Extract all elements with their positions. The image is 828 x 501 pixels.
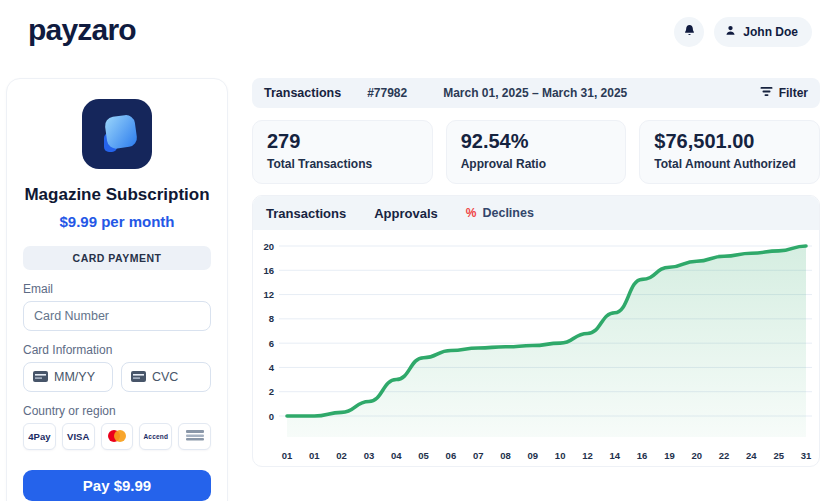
svg-text:20: 20 <box>691 450 702 461</box>
tab-approvals[interactable]: Approvals <box>374 206 438 221</box>
svg-text:25: 25 <box>773 450 784 461</box>
date-range: March 01, 2025 – March 31, 2025 <box>443 86 627 100</box>
chart-panel: Transactions Approvals % Declines 024681… <box>252 195 820 467</box>
visa-chip[interactable]: VISA <box>62 423 95 450</box>
stats-row: 279 Total Transactions 92.54% Approval R… <box>252 120 820 184</box>
svg-text:03: 03 <box>364 450 375 461</box>
svg-text:14: 14 <box>610 450 621 461</box>
pay4-label: 4Pay <box>28 431 50 442</box>
svg-text:08: 08 <box>500 450 511 461</box>
percent-icon: % <box>466 206 477 220</box>
email-label: Email <box>23 282 211 296</box>
svg-text:22: 22 <box>719 450 730 461</box>
filter-button[interactable]: Filter <box>760 86 808 101</box>
svg-text:0: 0 <box>269 411 274 422</box>
svg-text:6: 6 <box>269 338 274 349</box>
bell-icon <box>682 23 697 41</box>
stat-value: 92.54% <box>461 130 612 153</box>
transaction-reference: #77982 <box>367 86 407 100</box>
svg-text:4: 4 <box>269 362 275 373</box>
stat-total-amount: $76,501.00 Total Amount Authorized <box>639 120 820 184</box>
svg-text:07: 07 <box>473 450 484 461</box>
svg-text:04: 04 <box>391 450 402 461</box>
stat-value: 279 <box>267 130 418 153</box>
top-header: payzaro John Doe <box>0 0 828 70</box>
card-icon <box>131 368 146 386</box>
pay4-chip[interactable]: 4Pay <box>23 423 56 450</box>
filter-label: Filter <box>779 86 808 100</box>
card-information-label: Card Information <box>23 343 211 357</box>
expiry-input[interactable] <box>54 370 103 384</box>
svg-text:24: 24 <box>746 450 757 461</box>
tab-transactions[interactable]: Transactions <box>266 206 346 221</box>
svg-text:01: 01 <box>309 450 320 461</box>
card-number-input[interactable] <box>23 301 211 331</box>
cvc-input[interactable] <box>152 370 201 384</box>
cvc-field[interactable] <box>121 362 211 392</box>
pay-button[interactable]: Pay $9.99 <box>23 470 211 501</box>
svg-text:19: 19 <box>664 450 675 461</box>
stat-value: $76,501.00 <box>654 130 805 153</box>
checkout-panel: Magazine Subscription $9.99 per month CA… <box>6 78 228 501</box>
product-price: $9.99 per month <box>23 213 211 230</box>
stat-label: Total Amount Authorized <box>654 157 805 171</box>
user-menu-button[interactable]: John Doe <box>714 17 812 47</box>
svg-text:16: 16 <box>637 450 648 461</box>
tab-label: Approvals <box>374 206 438 221</box>
payment-method-header: CARD PAYMENT <box>23 246 211 270</box>
accend-chip[interactable]: Accend <box>139 423 172 450</box>
product-title: Magazine Subscription <box>23 185 211 205</box>
transactions-chart[interactable]: 0246812162001010203040506070809101214161… <box>253 230 820 466</box>
stat-approval-ratio: 92.54% Approval Ratio <box>446 120 627 184</box>
visa-label: VISA <box>67 431 89 442</box>
svg-text:20: 20 <box>263 241 274 252</box>
svg-text:05: 05 <box>418 450 429 461</box>
app-logo: payzaro <box>28 13 136 47</box>
main-content: Transactions #77982 March 01, 2025 – Mar… <box>252 78 820 467</box>
user-name: John Doe <box>743 25 798 39</box>
svg-text:16: 16 <box>263 265 274 276</box>
svg-text:10: 10 <box>555 450 566 461</box>
accend-label: Accend <box>143 433 168 440</box>
chart-body: 0246812162001010203040506070809101214161… <box>253 230 819 466</box>
stat-total-transactions: 279 Total Transactions <box>252 120 433 184</box>
svg-text:12: 12 <box>582 450 593 461</box>
payment-method-chips: 4Pay VISA Accend <box>23 423 211 450</box>
svg-text:12: 12 <box>263 289 274 300</box>
svg-text:31: 31 <box>801 450 812 461</box>
product-logo-icon <box>82 99 152 169</box>
filter-icon <box>760 86 773 101</box>
mastercard-icon <box>106 429 128 445</box>
header-actions: John Doe <box>674 17 812 47</box>
svg-text:09: 09 <box>528 450 539 461</box>
tab-label: Declines <box>482 206 533 220</box>
country-label: Country or region <box>23 404 211 418</box>
chart-tabs: Transactions Approvals % Declines <box>253 196 819 230</box>
mastercard-chip[interactable] <box>101 423 134 450</box>
svg-text:8: 8 <box>269 313 274 324</box>
user-icon <box>724 24 737 40</box>
svg-text:01: 01 <box>282 450 293 461</box>
stat-label: Approval Ratio <box>461 157 612 171</box>
stat-label: Total Transactions <box>267 157 418 171</box>
notifications-button[interactable] <box>674 17 704 47</box>
tab-label: Transactions <box>266 206 346 221</box>
svg-text:06: 06 <box>446 450 457 461</box>
transactions-toolbar: Transactions #77982 March 01, 2025 – Mar… <box>252 78 820 108</box>
card-icon <box>33 368 48 386</box>
expiry-field[interactable] <box>23 362 113 392</box>
card-lines-icon <box>186 430 204 443</box>
toolbar-title: Transactions <box>264 86 341 100</box>
bank-card-chip[interactable] <box>178 423 211 450</box>
tab-declines[interactable]: % Declines <box>466 206 534 220</box>
svg-text:2: 2 <box>269 386 274 397</box>
svg-text:02: 02 <box>336 450 347 461</box>
